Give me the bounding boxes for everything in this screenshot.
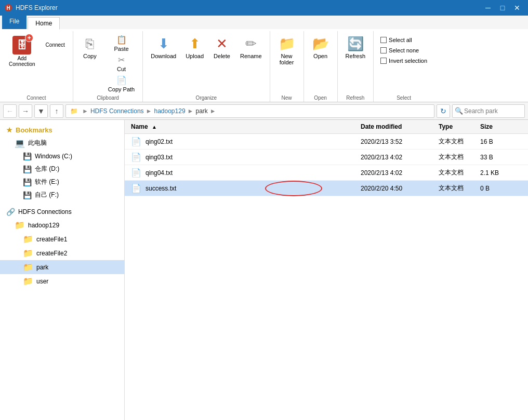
col-size-header[interactable]: Size (480, 123, 522, 130)
sidebar-hadoop-label: hadoop129 (28, 222, 59, 229)
copy-icon: ⎘ (86, 36, 94, 52)
main-content: ★ Bookmarks 💻 此电脑 💾 Windows (C:) 💾 仓库 (D… (0, 120, 528, 420)
file-type: 文本文档 (439, 153, 480, 161)
sidebar-item-e[interactable]: 💾 软件 (E:) (0, 175, 124, 188)
download-label: Download (151, 53, 176, 59)
download-button[interactable]: ⬇ Download (147, 33, 180, 62)
upload-icon: ⬆ (189, 36, 201, 52)
app-icon: H (4, 4, 12, 12)
maximize-button[interactable]: □ (496, 1, 509, 15)
sidebar: ★ Bookmarks 💻 此电脑 💾 Windows (C:) 💾 仓库 (D… (0, 120, 125, 420)
file-size: 33 B (480, 154, 522, 161)
col-name-header[interactable]: Name ▲ (131, 123, 361, 130)
file-doc-icon: 📄 (131, 152, 141, 162)
sidebar-d-label: 仓库 (D:) (35, 165, 59, 173)
file-type: 文本文档 (439, 184, 480, 193)
file-size: 2.1 KB (480, 169, 522, 177)
hdd-c-icon: 💾 (23, 152, 32, 160)
sidebar-item-c[interactable]: 💾 Windows (C:) (0, 150, 124, 162)
hdfs-icon: 🔗 (6, 208, 15, 216)
sidebar-item-hadoop129[interactable]: 📁 hadoop129 (0, 218, 124, 232)
nav-forward-button[interactable]: → (19, 104, 32, 118)
upload-label: Upload (186, 53, 204, 59)
copy-label: Copy (83, 53, 97, 59)
tab-file[interactable]: File (2, 16, 27, 29)
file-doc-icon: 📄 (131, 168, 141, 178)
select-none-label: Select none (389, 47, 419, 53)
invert-selection-label: Invert selection (389, 58, 427, 64)
sidebar-user-label: user (36, 278, 48, 285)
upload-button[interactable]: ⬆ Upload (182, 33, 207, 62)
connect-group-label: Connect (4, 94, 69, 102)
cut-button[interactable]: ✂ Cut (104, 53, 138, 74)
minimize-button[interactable]: ─ (481, 1, 495, 15)
bookmarks-label: Bookmarks (16, 126, 52, 134)
rename-label: Rename (240, 53, 262, 59)
ribbon-group-select: Select all Select none Invert selection … (374, 31, 434, 102)
open-group-label: Open (308, 94, 333, 102)
table-row[interactable]: 📄 qing02.txt 2020/2/13 3:52 文本文档 16 B (125, 134, 528, 150)
nav-up-button[interactable]: ↑ (50, 104, 63, 118)
rename-icon: ✏ (245, 36, 257, 52)
paste-button[interactable]: 📋 Paste (104, 33, 138, 53)
sidebar-item-park[interactable]: 📁 park (0, 260, 124, 274)
col-date-header[interactable]: Date modified (361, 123, 439, 130)
invert-selection-button[interactable]: Invert selection (378, 56, 430, 65)
sidebar-item-createfile2[interactable]: 📁 createFile2 (0, 246, 124, 260)
new-folder-button[interactable]: 📁 Newfolder (274, 33, 299, 68)
copy-path-button[interactable]: 📄 Copy Path (104, 74, 138, 94)
file-name: success.txt (146, 185, 176, 192)
select-all-label: Select all (389, 37, 412, 43)
breadcrumb-hdfs[interactable]: HDFS Connections (90, 107, 144, 115)
table-row[interactable]: 📄 qing04.txt 2020/2/13 4:02 文本文档 2.1 KB (125, 165, 528, 181)
download-icon: ⬇ (158, 36, 169, 52)
open-label: Open (313, 53, 327, 59)
new-folder-label: Newfolder (280, 53, 294, 65)
ribbon-group-organize: ⬇ Download ⬆ Upload ✕ Delete ✏ Rename Or… (143, 31, 270, 102)
address-refresh-button[interactable]: ↻ (437, 104, 450, 118)
sidebar-item-hdfs-connections[interactable]: 🔗 HDFS Connections (0, 206, 124, 218)
refresh-button[interactable]: 🔄 Refresh (342, 33, 369, 62)
table-row[interactable]: 📄 success.txt 2020/2/20 4:50 文本文档 0 B (125, 181, 528, 196)
table-row[interactable]: 📄 qing03.txt 2020/2/13 4:02 文本文档 33 B (125, 150, 528, 165)
tab-home[interactable]: Home (28, 17, 60, 30)
sidebar-item-pc[interactable]: 💻 此电脑 (0, 136, 124, 150)
add-connection-button[interactable]: 🗄 AddConnection (4, 33, 40, 70)
breadcrumb-current: park (195, 107, 207, 115)
copy-path-icon: 📄 (116, 75, 127, 85)
select-none-checkbox (380, 47, 387, 53)
folder-hadoop-icon: 📁 (15, 220, 25, 230)
hdd-f-icon: 💾 (23, 191, 32, 199)
breadcrumb-hadoop[interactable]: hadoop129 (154, 107, 186, 115)
sidebar-item-f[interactable]: 💾 自己 (F:) (0, 188, 124, 201)
new-group-label: New (274, 94, 299, 102)
copy-button[interactable]: ⎘ Copy (77, 33, 102, 62)
sidebar-bookmarks[interactable]: ★ Bookmarks (0, 124, 124, 136)
rename-button[interactable]: ✏ Rename (236, 33, 266, 62)
select-none-button[interactable]: Select none (378, 46, 430, 55)
invert-selection-checkbox (380, 58, 387, 64)
file-name: qing02.txt (146, 138, 173, 145)
nav-dropdown-button[interactable]: ▼ (34, 104, 48, 118)
sidebar-item-user[interactable]: 📁 user (0, 274, 124, 288)
sidebar-hdfs-label: HDFS Connections (18, 208, 72, 215)
hdd-e-icon: 💾 (23, 178, 32, 186)
organize-group-label: Organize (147, 94, 265, 102)
sidebar-item-d[interactable]: 💾 仓库 (D:) (0, 162, 124, 175)
nav-back-button[interactable]: ← (3, 104, 17, 118)
sidebar-item-createfile1[interactable]: 📁 createFile1 (0, 232, 124, 246)
sidebar-createfile1-label: createFile1 (36, 236, 67, 243)
refresh-label: Refresh (346, 53, 366, 59)
close-button[interactable]: ✕ (510, 1, 524, 15)
select-all-button[interactable]: Select all (378, 35, 430, 45)
connect-button[interactable]: Connect (42, 33, 69, 50)
file-type: 文本文档 (439, 168, 480, 177)
select-all-checkbox (380, 37, 387, 43)
cut-label: Cut (117, 66, 126, 72)
open-button[interactable]: 📂 Open (308, 33, 333, 62)
search-input[interactable] (464, 107, 522, 115)
delete-button[interactable]: ✕ Delete (209, 33, 234, 62)
col-type-header[interactable]: Type (439, 123, 480, 130)
window-title: HDFS Explorer (16, 4, 58, 11)
sidebar-f-label: 自己 (F:) (35, 191, 59, 199)
